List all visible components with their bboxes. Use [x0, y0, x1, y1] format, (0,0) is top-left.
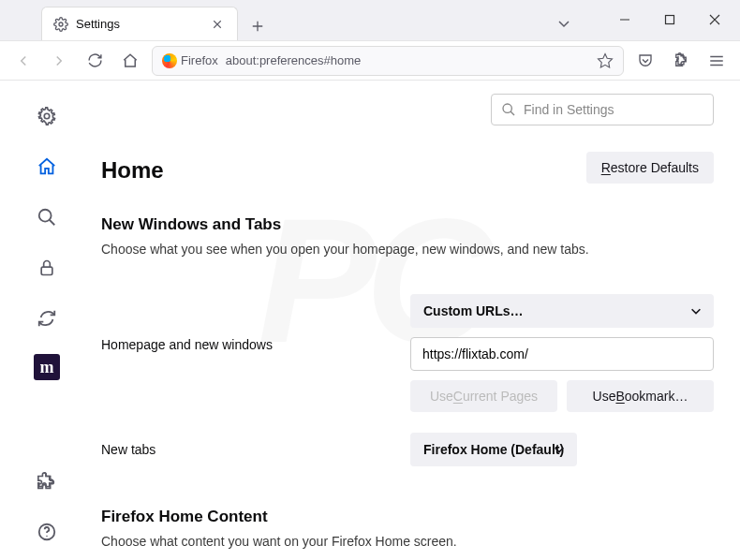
use-bookmark-button[interactable]: Use Bookmark… — [567, 380, 714, 412]
identity-label: Firefox — [181, 53, 218, 67]
homepage-url-input[interactable] — [410, 337, 714, 371]
home-button[interactable] — [116, 47, 144, 75]
sidebar-extensions[interactable] — [32, 466, 62, 496]
bookmark-star-icon[interactable] — [597, 52, 614, 69]
svg-point-3 — [39, 210, 52, 222]
section-new-windows-tabs: New Windows and Tabs — [101, 215, 714, 234]
section-firefox-home-content: Firefox Home Content — [101, 508, 714, 526]
sidebar-more-mozilla[interactable]: m — [34, 354, 60, 380]
svg-rect-4 — [41, 267, 52, 274]
gear-icon — [53, 17, 68, 32]
sidebar-home[interactable] — [32, 152, 62, 182]
forward-button[interactable] — [45, 47, 73, 75]
app-menu-button[interactable] — [703, 47, 731, 75]
settings-sidebar: m — [0, 81, 94, 560]
search-icon — [501, 102, 516, 117]
sidebar-sync[interactable] — [32, 303, 62, 333]
browser-tab-settings[interactable]: Settings — [41, 7, 238, 40]
back-button[interactable] — [9, 47, 37, 75]
extensions-button[interactable] — [667, 47, 695, 75]
homepage-label: Homepage and new windows — [101, 294, 392, 352]
row-newtabs: New tabs Firefox Home (Default) — [101, 433, 714, 466]
svg-point-2 — [44, 113, 50, 119]
svg-point-7 — [503, 104, 511, 112]
pocket-button[interactable] — [631, 47, 659, 75]
minimize-button[interactable] — [603, 0, 646, 40]
new-tab-button[interactable] — [244, 12, 272, 40]
restore-defaults-button[interactable]: Restore Defaults — [586, 152, 714, 184]
firefox-logo-icon — [162, 53, 177, 68]
sidebar-help[interactable] — [32, 517, 62, 547]
window-titlebar: Settings — [0, 0, 740, 41]
homepage-select-value: Custom URLs… — [423, 303, 524, 318]
homepage-select[interactable]: Custom URLs… — [410, 294, 714, 328]
svg-point-6 — [46, 536, 47, 537]
tabs-dropdown-button[interactable] — [547, 7, 581, 40]
tab-title: Settings — [76, 17, 201, 31]
find-input[interactable] — [524, 102, 703, 117]
sidebar-privacy[interactable] — [32, 253, 62, 283]
newtabs-select[interactable]: Firefox Home (Default) — [410, 433, 577, 466]
window-controls — [603, 0, 736, 40]
newtabs-select-value: Firefox Home (Default) — [423, 442, 564, 457]
sidebar-search[interactable] — [32, 202, 62, 232]
chevron-down-icon — [553, 443, 566, 456]
chevron-down-icon — [689, 304, 703, 317]
section-nwt-desc: Choose what you see when you open your h… — [101, 242, 714, 257]
row-homepage: Homepage and new windows Custom URLs… Us… — [101, 294, 714, 412]
section-fhc-desc: Choose what content you want on your Fir… — [101, 534, 714, 549]
use-current-pages-button[interactable]: Use Current Pages — [410, 380, 557, 412]
nav-toolbar: Firefox about:preferences#home — [0, 41, 740, 81]
identity-box[interactable]: Firefox — [162, 53, 218, 68]
newtabs-label: New tabs — [101, 442, 392, 457]
maximize-button[interactable] — [648, 0, 691, 40]
url-text: about:preferences#home — [226, 53, 362, 67]
close-window-button[interactable] — [693, 0, 736, 40]
reload-button[interactable] — [81, 47, 109, 75]
svg-point-0 — [59, 22, 63, 26]
find-in-settings[interactable] — [491, 94, 714, 125]
settings-content: Home Restore Defaults New Windows and Ta… — [94, 81, 740, 560]
sidebar-general[interactable] — [32, 101, 62, 131]
address-bar[interactable]: Firefox about:preferences#home — [152, 46, 624, 76]
close-tab-button[interactable] — [209, 16, 226, 33]
svg-rect-1 — [666, 16, 674, 24]
